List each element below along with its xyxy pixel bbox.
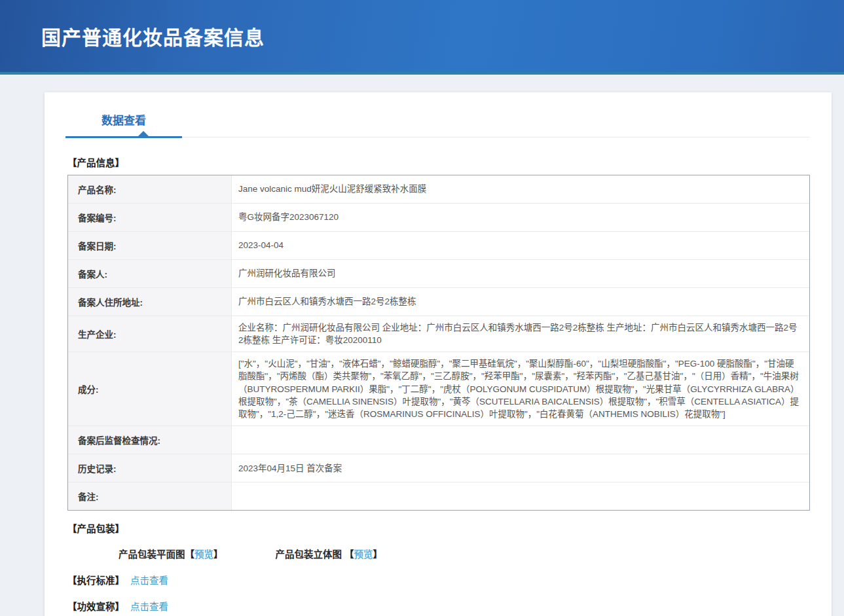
bracket-open: 【	[344, 549, 354, 560]
efficacy-view-link[interactable]: 点击查看	[130, 602, 168, 612]
row-value: Jane volcanic mud妍泥火山泥舒缓紧致补水面膜	[232, 177, 809, 200]
tab-data-view[interactable]: 数据查看	[65, 111, 182, 137]
section-title-packaging: 【产品包装】	[67, 521, 810, 535]
row-value: ["水"，"火山泥"，"甘油"，"液体石蜡"，"鲸蜡硬脂醇"，"聚二甲基硅氧烷"…	[232, 352, 809, 426]
row-value: 2023-04-04	[232, 234, 809, 257]
row-label: 备案人:	[68, 260, 232, 287]
section-title-efficacy: 【功效宣称】	[67, 602, 124, 612]
row-value: 2023年04月15日 首次备案	[232, 457, 809, 480]
table-row-registrant-address: 备案人住所地址: 广州市白云区人和镇秀水塘西一路2号2栋整栋	[68, 287, 809, 316]
row-label: 备案编号:	[68, 204, 232, 231]
tab-divider	[67, 137, 810, 137]
page-header: 国产普通化妆品备案信息	[0, 0, 844, 75]
packaging-flat-item: 产品包装平面图【预览】	[119, 547, 223, 560]
content-card: 数据查看 【产品信息】 产品名称: Jane volcanic mud妍泥火山泥…	[45, 92, 832, 616]
table-row-registration-date: 备案日期: 2023-04-04	[68, 231, 809, 259]
row-label: 备案日期:	[68, 232, 232, 259]
bracket-close: 】	[213, 549, 223, 560]
tab-bar: 数据查看	[67, 92, 810, 137]
row-label: 备注:	[68, 482, 232, 510]
table-row-ingredients: 成分: ["水"，"火山泥"，"甘油"，"液体石蜡"，"鲸蜡硬脂醇"，"聚二甲基…	[68, 352, 809, 426]
row-label: 产品名称:	[68, 175, 232, 203]
table-row-manufacturer: 生产企业: 企业名称：广州润研化妆品有限公司 企业地址：广州市白云区人和镇秀水塘…	[68, 316, 809, 352]
packaging-3d-label: 产品包装立体图	[276, 549, 345, 560]
table-row-supervision: 备案后监督检查情况:	[68, 426, 809, 454]
row-value: 粤G妆网备字2023067120	[232, 206, 809, 228]
row-label: 历史记录:	[68, 454, 232, 482]
row-label: 备案后监督检查情况:	[68, 426, 232, 454]
page-title: 国产普通化妆品备案信息	[41, 22, 265, 50]
row-label: 备案人住所地址:	[68, 288, 232, 316]
bracket-open: 【	[185, 549, 195, 560]
row-value: 广州润研化妆品有限公司	[232, 262, 809, 285]
row-value	[232, 491, 809, 501]
efficacy-row: 【功效宣称】点击查看	[67, 599, 810, 613]
table-row-product-name: 产品名称: Jane volcanic mud妍泥火山泥舒缓紧致补水面膜	[68, 175, 809, 203]
section-title-standards: 【执行标准】	[67, 575, 124, 586]
preview-link-flat[interactable]: 预览	[194, 549, 213, 560]
product-table: 产品名称: Jane volcanic mud妍泥火山泥舒缓紧致补水面膜 备案编…	[67, 175, 810, 511]
preview-link-3d[interactable]: 预览	[354, 549, 373, 560]
packaging-links-row: 产品包装平面图【预览】 产品包装立体图 【预览】	[119, 547, 810, 560]
table-row-registrant: 备案人: 广州润研化妆品有限公司	[68, 259, 809, 287]
table-row-history: 历史记录: 2023年04月15日 首次备案	[68, 454, 809, 482]
row-value: 企业名称：广州润研化妆品有限公司 企业地址：广州市白云区人和镇秀水塘西一路2号2…	[232, 316, 809, 352]
table-row-remarks: 备注:	[68, 482, 809, 510]
row-label: 成分:	[68, 352, 232, 426]
row-label: 生产企业:	[68, 316, 232, 352]
tab-active-indicator	[65, 136, 182, 138]
standards-view-link[interactable]: 点击查看	[130, 575, 168, 586]
row-value	[232, 435, 809, 445]
row-value: 广州市白云区人和镇秀水塘西一路2号2栋整栋	[232, 290, 809, 313]
table-row-registration-number: 备案编号: 粤G妆网备字2023067120	[68, 203, 809, 231]
standards-row: 【执行标准】点击查看	[67, 573, 810, 587]
bracket-close: 】	[373, 549, 383, 560]
packaging-3d-item: 产品包装立体图 【预览】	[276, 547, 383, 560]
packaging-flat-label: 产品包装平面图	[119, 549, 185, 560]
tab-caret-icon	[138, 131, 149, 137]
section-title-product-info: 【产品信息】	[67, 155, 810, 169]
